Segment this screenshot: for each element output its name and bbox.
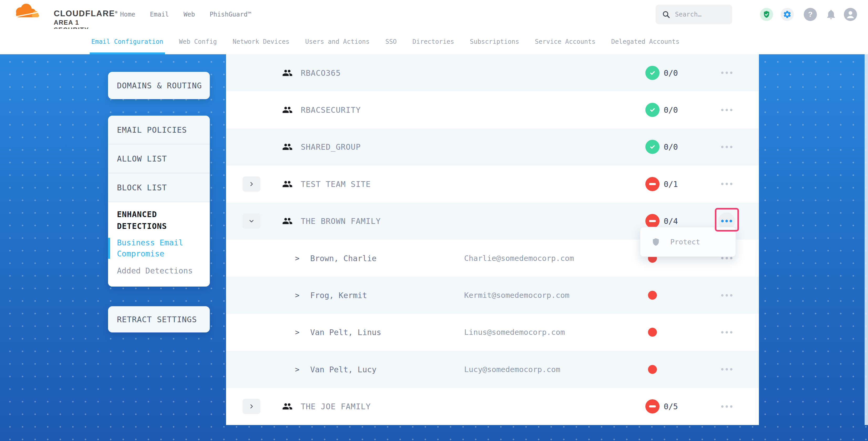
sidebar-item-retract-settings[interactable]: RETRACT SETTINGS — [108, 306, 210, 333]
tab-network-devices[interactable]: Network Devices — [232, 29, 289, 54]
member-count: 0/0 — [664, 143, 678, 152]
nav-item-email[interactable]: Email — [150, 11, 169, 18]
shield-check-icon[interactable] — [760, 8, 773, 21]
group-icon — [282, 68, 293, 78]
cloudflare-cloud-icon — [12, 3, 40, 18]
tab-subscriptions[interactable]: Subscriptions — [470, 29, 519, 54]
expand-button[interactable] — [243, 213, 260, 229]
tab-directories[interactable]: Directories — [412, 29, 454, 54]
minus-badge-icon — [645, 177, 659, 191]
row-menu-button[interactable] — [717, 323, 736, 341]
search-icon — [662, 10, 670, 19]
account-icon[interactable] — [844, 8, 857, 21]
tab-email-configuration[interactable]: Email Configuration — [91, 29, 163, 54]
row-menu-button[interactable] — [717, 101, 736, 119]
ellipsis-icon — [721, 183, 733, 185]
row-menu-button[interactable] — [717, 286, 736, 305]
user-email: Linus@somedemocorp.com — [464, 328, 565, 337]
row-menu-button[interactable] — [717, 64, 736, 82]
member-count: 0/1 — [664, 179, 678, 189]
user-email: Charlie@somedemocorp.com — [464, 254, 574, 263]
group-name: THE BROWN FAMILY — [301, 217, 381, 226]
expand-button[interactable] — [243, 177, 260, 192]
group-name: TEST TEAM SITE — [301, 179, 371, 189]
context-menu: Protect — [640, 227, 736, 257]
minus-badge-icon — [645, 214, 659, 228]
tab-delegated-accounts[interactable]: Delegated Accounts — [611, 29, 679, 54]
sidebar-item-business-email-compromise[interactable]: Business Email Compromise — [108, 237, 196, 259]
member-count: 0/0 — [664, 105, 678, 115]
group-icon — [282, 105, 293, 115]
sidebar-section-enhanced-detections: ENHANCED DETECTIONS Business Email Compr… — [108, 202, 210, 287]
table-row: SHARED_GROUP0/0 — [226, 128, 759, 165]
status-dot — [648, 365, 657, 374]
user-name: Van Pelt, Linus — [310, 328, 381, 337]
group-name: THE JOE FAMILY — [301, 402, 371, 411]
tab-service-accounts[interactable]: Service Accounts — [535, 29, 595, 54]
ellipsis-icon — [721, 368, 733, 371]
table-row: >Frog, KermitKermit@somedemocorp.com — [226, 277, 759, 314]
row-menu-button[interactable] — [717, 175, 736, 193]
ellipsis-icon — [721, 71, 733, 74]
chevron-right-icon: > — [295, 291, 300, 300]
ellipsis-icon — [721, 294, 733, 296]
user-email: Lucy@somedemocorp.com — [464, 365, 560, 374]
chevron-right-icon: > — [295, 254, 300, 262]
gear-icon[interactable] — [781, 8, 794, 21]
expand-button[interactable] — [243, 399, 260, 414]
sidebar-item-allow-list[interactable]: ALLOW LIST — [108, 145, 210, 173]
minus-badge-icon — [645, 399, 659, 413]
member-count: 0/4 — [664, 217, 678, 226]
table-row: RBACO3650/0 — [226, 54, 759, 91]
page-scrollbar[interactable] — [865, 54, 868, 425]
user-name: Frog, Kermit — [310, 291, 367, 300]
search-input[interactable] — [675, 10, 728, 18]
top-header: CLOUDFLARE® AREA 1 SECURITY Home Email W… — [0, 0, 868, 29]
table-row: TEST TEAM SITE0/1 — [226, 165, 759, 202]
ellipsis-icon — [721, 146, 733, 148]
table-row: THE JOE FAMILY0/5 — [226, 388, 759, 425]
section-tabs: Email Configuration Web Config Network D… — [0, 29, 868, 54]
chevron-right-icon — [249, 404, 254, 409]
tab-sso[interactable]: SSO — [385, 29, 397, 54]
tab-users-and-actions[interactable]: Users and Actions — [305, 29, 370, 54]
sidebar-item-added-detections[interactable]: Added Detections — [117, 266, 203, 275]
sidebar-item-block-list[interactable]: BLOCK LIST — [108, 173, 210, 202]
table-row: RBACSECURITY0/0 — [226, 91, 759, 128]
row-menu-button[interactable] — [717, 138, 736, 156]
search-box — [656, 5, 732, 24]
status-dot — [648, 291, 657, 300]
brand-name: CLOUDFLARE® — [54, 9, 118, 18]
status-dot — [648, 328, 657, 337]
table-row: >Van Pelt, LinusLinus@somedemocorp.com — [226, 314, 759, 351]
context-menu-item-protect[interactable]: Protect — [670, 238, 700, 246]
group-name: SHARED_GROUP — [301, 143, 361, 152]
help-icon[interactable]: ? — [804, 8, 817, 21]
sidebar-item-domains-routing[interactable]: DOMAINS & ROUTING — [108, 72, 210, 99]
group-icon — [282, 401, 293, 412]
tab-web-config[interactable]: Web Config — [179, 29, 217, 54]
ellipsis-icon — [721, 257, 733, 259]
table-row: >Van Pelt, LucyLucy@somedemocorp.com — [226, 351, 759, 388]
ellipsis-icon — [721, 220, 732, 222]
group-icon — [282, 179, 293, 189]
cloudflare-logo[interactable]: CLOUDFLARE® AREA 1 SECURITY — [12, 2, 107, 27]
nav-item-phishguard[interactable]: PhishGuard™ — [210, 11, 251, 18]
member-count: 0/0 — [664, 68, 678, 77]
chevron-right-icon: > — [295, 365, 300, 374]
ellipsis-icon — [721, 405, 733, 408]
sidebar-item-email-policies[interactable]: EMAIL POLICIES — [108, 116, 210, 145]
ellipsis-icon — [721, 109, 733, 111]
group-icon — [282, 141, 293, 152]
row-menu-button[interactable] — [717, 360, 736, 379]
enhanced-detections-title: ENHANCED DETECTIONS — [117, 209, 198, 232]
nav-item-web[interactable]: Web — [184, 11, 195, 18]
chevron-right-icon: > — [295, 328, 300, 337]
group-icon — [282, 216, 293, 226]
user-email: Kermit@somedemocorp.com — [464, 291, 569, 300]
row-menu-button[interactable] — [717, 397, 736, 416]
bell-icon[interactable] — [825, 8, 838, 21]
nav-item-home[interactable]: Home — [120, 11, 135, 18]
sidebar-policies-card: EMAIL POLICIES ALLOW LIST BLOCK LIST ENH… — [108, 116, 210, 287]
check-badge-icon — [645, 66, 659, 80]
